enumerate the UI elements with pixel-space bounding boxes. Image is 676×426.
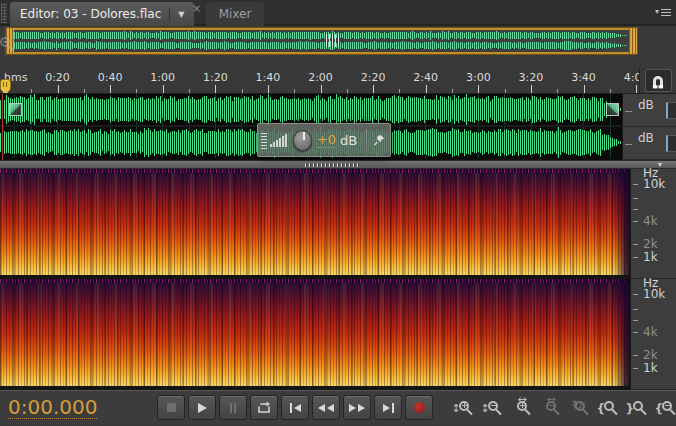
audio-editor-panel: Editor: 03 - Dolores.flac ▼ × Mixer ▾: [0, 0, 676, 426]
clipped-side-control[interactable]: [666, 135, 676, 152]
panel-tab-bar: Editor: 03 - Dolores.flac ▼ × Mixer ▾: [0, 0, 676, 26]
record-icon: [414, 402, 425, 413]
zoom-in-at-in-point-button[interactable]: {: [596, 396, 620, 420]
ruler-row: hms 0:200:401:001:201:402:002:202:403:00…: [0, 68, 676, 94]
overview-grip[interactable]: [326, 34, 341, 47]
freq-tick-label: 10k: [643, 287, 665, 301]
skip-previous-icon: [290, 403, 292, 413]
overview-row: [0, 26, 676, 68]
ruler-tick-label: 2:40: [413, 71, 438, 84]
minus-sign: [3, 41, 8, 43]
ruler-tick-label: 1:40: [256, 71, 281, 84]
pin-icon[interactable]: [373, 133, 386, 147]
spectrogram-channel-right[interactable]: [0, 279, 630, 386]
spectrogram-area: Hz10k4k2k1k Hz10k4k2k1k: [0, 169, 676, 390]
fast-forward-button[interactable]: [343, 395, 371, 420]
loop-playback-button[interactable]: [250, 395, 278, 420]
frequency-scale-column: Hz10k4k2k1k Hz10k4k2k1k: [630, 169, 676, 390]
volume-hud[interactable]: +0 dB: [257, 123, 391, 157]
tab-editor[interactable]: Editor: 03 - Dolores.flac ▼: [10, 2, 194, 26]
zoom-out-vertical-button[interactable]: ↕: [480, 396, 504, 420]
freq-tick-label: 10k: [643, 177, 665, 191]
zoom-to-selection-button[interactable]: {: [654, 396, 676, 420]
magnifier-icon: [575, 401, 585, 411]
volume-knob[interactable]: [293, 130, 312, 151]
freq-tick-label: 2k: [643, 237, 658, 251]
ruler-tick-label: 3:20: [519, 71, 544, 84]
transport-controls: [157, 395, 433, 420]
gain-value[interactable]: +0: [317, 132, 336, 148]
spectrogram-display[interactable]: [0, 169, 630, 390]
db-tick: [625, 144, 632, 145]
ruler-tick-label: 2:00: [308, 71, 333, 84]
db-label: dB: [638, 131, 654, 145]
splitter-grip[interactable]: [305, 163, 361, 167]
timeline-ruler[interactable]: hms 0:200:401:001:201:402:002:202:403:00…: [0, 68, 640, 93]
hud-drag-handle[interactable]: [261, 131, 267, 149]
menu-triangle-icon: ▾: [655, 7, 659, 16]
overview-waveform-right: [14, 41, 629, 50]
panel-drag-grip[interactable]: [1, 3, 7, 23]
menu-lines-icon: [661, 8, 671, 16]
loop-playback-icon: [256, 401, 272, 414]
overview-range-selector[interactable]: [5, 27, 638, 55]
rewind-button[interactable]: [312, 395, 340, 420]
ruler-side: [640, 68, 676, 93]
spectrogram-channel-left[interactable]: [0, 169, 630, 275]
overview-right-handle[interactable]: [629, 28, 637, 54]
ruler-tick-label: 1:00: [150, 71, 175, 84]
panel-menu-icon[interactable]: ▾: [655, 7, 671, 16]
play-button[interactable]: [188, 395, 216, 420]
skip-previous-button[interactable]: [281, 395, 309, 420]
close-icon[interactable]: ×: [192, 2, 201, 15]
playhead-marker[interactable]: [0, 79, 11, 93]
magnet-icon: [650, 73, 666, 89]
zoom-in-at-out-point-button[interactable]: }: [625, 396, 649, 420]
waveform-area: +0 dB dB dB: [0, 94, 676, 160]
ruler-tick-label: 3:40: [571, 71, 596, 84]
zoom-in-vertical-button[interactable]: ↕: [451, 396, 475, 420]
freq-scale-right: Hz10k4k2k1k: [631, 279, 676, 390]
snap-toggle-button[interactable]: [645, 69, 672, 92]
gain-unit-label: dB: [340, 133, 357, 148]
waveform-scale-column: dB dB: [622, 94, 676, 160]
splitter-triangle-icon[interactable]: ▾: [658, 160, 662, 169]
overview-waveform[interactable]: [14, 28, 629, 54]
zoom-out-horizontal-button[interactable]: ↔: [538, 396, 562, 420]
transport-toolbar: 0:00.000 ↕ ↕: [0, 390, 676, 424]
stop-icon: [167, 403, 176, 412]
volume-meter-icon: [270, 133, 288, 147]
skip-next-button[interactable]: [374, 395, 402, 420]
ruler-tick-label: 0:40: [98, 71, 123, 84]
fade-in-handle[interactable]: [9, 103, 22, 116]
playhead-line: [2, 94, 3, 160]
waveform-display[interactable]: +0 dB: [0, 94, 622, 160]
stop-button[interactable]: [157, 395, 185, 420]
ruler-tick-label: 1:20: [203, 71, 228, 84]
chevron-down-icon[interactable]: ▼: [169, 8, 188, 21]
tab-mixer[interactable]: Mixer: [206, 2, 264, 26]
pause-button[interactable]: [219, 395, 247, 420]
magnifier-icon: [604, 401, 614, 411]
playhead-time-display[interactable]: 0:00.000: [8, 396, 97, 419]
freq-scale-left: Hz10k4k2k1k: [631, 169, 676, 279]
waveform-channel-left[interactable]: [0, 94, 622, 125]
reset-zoom-button[interactable]: ↻: [567, 396, 591, 420]
zoom-out-full-icon[interactable]: [0, 32, 16, 56]
tab-editor-label: Editor: 03 - Dolores.flac: [20, 7, 161, 21]
ruler-tick-label: 4:00: [624, 71, 640, 84]
fast-forward-icon: [349, 404, 356, 412]
freq-tick-label: 2k: [643, 348, 658, 362]
zoom-controls: ↕ ↕ ↔ ↔ ↻ { }: [451, 396, 676, 420]
wave-spec-splitter[interactable]: ▾: [0, 160, 676, 169]
fade-out-handle[interactable]: [606, 103, 619, 116]
magnifier-icon: [633, 401, 643, 411]
clipped-side-control[interactable]: [666, 102, 676, 119]
freq-tick-label: 4k: [643, 325, 658, 339]
zoom-in-horizontal-button[interactable]: ↔: [509, 396, 533, 420]
overview-waveform-left: [14, 31, 629, 40]
record-button[interactable]: [405, 395, 433, 420]
ruler-tick-label: 3:00: [466, 71, 491, 84]
db-tick: [625, 111, 632, 112]
ruler-tick-label: 2:20: [361, 71, 386, 84]
